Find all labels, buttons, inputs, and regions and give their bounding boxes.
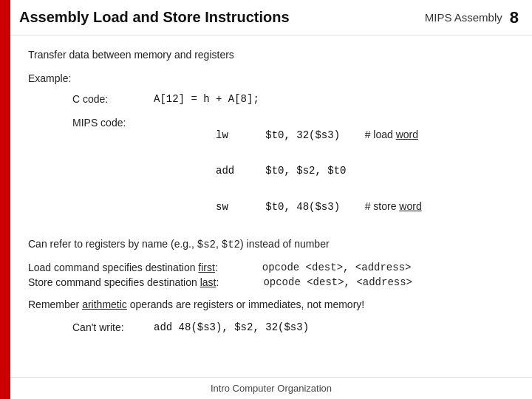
- store-underline: last: [200, 276, 216, 288]
- mips-line-3: sw $t0, 48($s3) # store word: [154, 188, 422, 225]
- cant-write-row: Can't write: add 48($s3), $s2, 32($s3): [72, 321, 510, 333]
- remember-prefix: Remember: [28, 299, 82, 310]
- mips-code-row: MIPS code: lw $t0, 32($s3) # load word a…: [72, 117, 510, 225]
- store-opcode: opcode <dest>, <address>: [263, 276, 412, 288]
- footer: Intro Computer Organization: [10, 377, 532, 399]
- header: Assembly Load and Store Instructions MIP…: [10, 0, 532, 35]
- c-code-section: C code: A[12] = h + A[8];: [72, 93, 510, 105]
- remember-paragraph: Remember arithmetic operands are registe…: [28, 297, 510, 313]
- word-3: word: [399, 200, 421, 212]
- transfer-label: Transfer data between memory and registe…: [28, 49, 510, 61]
- store-cmd-text: Store command specifies destination last…: [28, 276, 219, 288]
- mips-code-label: MIPS code:: [72, 117, 154, 129]
- mips-lines: lw $t0, 32($s3) # load word add $t0, $s2…: [154, 117, 422, 225]
- main-content: Transfer data between memory and registe…: [10, 35, 532, 377]
- mips-comment-1: # load word: [365, 129, 418, 140]
- mips-instr-3: sw $t0, 48($s3): [216, 201, 365, 213]
- left-accent: [0, 0, 10, 399]
- footer-text: Intro Computer Organization: [211, 383, 332, 394]
- header-subtitle: MIPS Assembly: [425, 11, 502, 24]
- refer-text: Can refer to registers by name (e.g.,: [28, 238, 197, 250]
- remember-underline: arithmetic: [82, 299, 127, 310]
- cant-write-code: add 48($s3), $s2, 32($s3): [154, 321, 309, 333]
- mips-code-section: MIPS code: lw $t0, 32($s3) # load word a…: [72, 117, 510, 225]
- header-right: MIPS Assembly 8: [425, 8, 519, 27]
- refer-comma: ,: [216, 238, 222, 250]
- load-underline: first: [198, 262, 215, 273]
- slide-number: 8: [510, 8, 519, 27]
- word-1: word: [396, 129, 418, 140]
- refer-paragraph: Can refer to registers by name (e.g., $s…: [28, 236, 510, 253]
- mips-comment-3: # store word: [365, 200, 422, 212]
- load-cmd-text: Load command specifies destination first…: [28, 262, 218, 273]
- c-code-row: C code: A[12] = h + A[8];: [72, 93, 510, 105]
- mips-instr-1: lw $t0, 32($s3): [216, 129, 365, 141]
- store-row: Store command specifies destination last…: [28, 276, 510, 288]
- remember-suffix: operands are registers or immediates, no…: [127, 299, 364, 310]
- mips-instr-2: add $t0, $s2, $t0: [216, 165, 346, 177]
- mips-line-1: lw $t0, 32($s3) # load word: [154, 117, 422, 153]
- refer-suffix: ) instead of number: [240, 238, 330, 250]
- c-code-value: A[12] = h + A[8];: [154, 93, 259, 105]
- refer-code-2: $t2: [222, 239, 240, 250]
- c-code-label: C code:: [72, 93, 154, 105]
- load-row: Load command specifies destination first…: [28, 262, 510, 273]
- example-label: Example:: [28, 72, 510, 84]
- refer-code-1: $s2: [197, 239, 216, 250]
- load-store-table: Load command specifies destination first…: [28, 262, 510, 288]
- cant-write-label: Can't write:: [72, 321, 154, 333]
- mips-line-2: add $t0, $s2, $t0: [154, 153, 422, 188]
- page-title: Assembly Load and Store Instructions: [19, 9, 290, 26]
- load-opcode: opcode <dest>, <address>: [262, 262, 412, 273]
